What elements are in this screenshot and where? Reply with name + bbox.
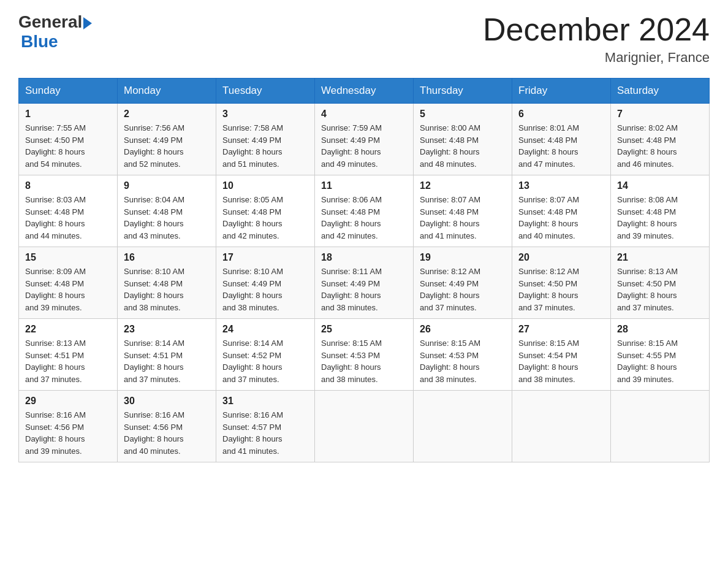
table-row: 20 Sunrise: 8:12 AM Sunset: 4:50 PM Dayl… (512, 247, 611, 319)
table-row: 21 Sunrise: 8:13 AM Sunset: 4:50 PM Dayl… (611, 247, 710, 319)
table-row: 1 Sunrise: 7:55 AM Sunset: 4:50 PM Dayli… (19, 104, 118, 175)
day-number: 18 (321, 252, 407, 263)
day-info: Sunrise: 8:12 AM Sunset: 4:50 PM Dayligh… (518, 266, 604, 313)
day-info: Sunrise: 8:09 AM Sunset: 4:48 PM Dayligh… (25, 266, 111, 313)
col-tuesday: Tuesday (216, 79, 315, 104)
day-number: 26 (420, 324, 506, 335)
table-row: 7 Sunrise: 8:02 AM Sunset: 4:48 PM Dayli… (611, 104, 710, 175)
day-number: 11 (321, 180, 407, 191)
day-info: Sunrise: 7:55 AM Sunset: 4:50 PM Dayligh… (25, 122, 111, 170)
table-row: 10 Sunrise: 8:05 AM Sunset: 4:48 PM Dayl… (216, 175, 315, 247)
day-number: 23 (124, 324, 210, 335)
day-info: Sunrise: 8:10 AM Sunset: 4:49 PM Dayligh… (222, 266, 308, 313)
day-info: Sunrise: 8:16 AM Sunset: 4:57 PM Dayligh… (222, 409, 308, 457)
table-row (611, 391, 710, 462)
day-info: Sunrise: 8:16 AM Sunset: 4:56 PM Dayligh… (124, 409, 210, 457)
table-row: 25 Sunrise: 8:15 AM Sunset: 4:53 PM Dayl… (315, 319, 414, 391)
logo-blue-text: Blue (21, 32, 58, 52)
day-info: Sunrise: 8:01 AM Sunset: 4:48 PM Dayligh… (518, 122, 604, 170)
table-row: 30 Sunrise: 8:16 AM Sunset: 4:56 PM Dayl… (118, 391, 216, 462)
day-info: Sunrise: 8:13 AM Sunset: 4:51 PM Dayligh… (25, 337, 111, 385)
day-number: 12 (420, 180, 506, 191)
day-number: 29 (25, 396, 111, 407)
logo: General Blue (18, 12, 92, 52)
table-row: 15 Sunrise: 8:09 AM Sunset: 4:48 PM Dayl… (19, 247, 118, 319)
table-row (315, 391, 414, 462)
calendar-header-row: Sunday Monday Tuesday Wednesday Thursday… (19, 79, 710, 104)
day-info: Sunrise: 8:02 AM Sunset: 4:48 PM Dayligh… (617, 122, 703, 170)
day-info: Sunrise: 8:03 AM Sunset: 4:48 PM Dayligh… (25, 194, 111, 242)
day-number: 14 (617, 180, 703, 191)
day-number: 7 (617, 109, 703, 120)
table-row: 3 Sunrise: 7:58 AM Sunset: 4:49 PM Dayli… (216, 104, 315, 175)
day-number: 15 (25, 252, 111, 263)
day-info: Sunrise: 8:15 AM Sunset: 4:53 PM Dayligh… (420, 337, 506, 385)
col-sunday: Sunday (19, 79, 118, 104)
day-number: 5 (420, 109, 506, 120)
day-info: Sunrise: 8:07 AM Sunset: 4:48 PM Dayligh… (518, 194, 604, 242)
table-row: 23 Sunrise: 8:14 AM Sunset: 4:51 PM Dayl… (118, 319, 216, 391)
day-info: Sunrise: 8:12 AM Sunset: 4:49 PM Dayligh… (420, 266, 506, 313)
day-info: Sunrise: 8:11 AM Sunset: 4:49 PM Dayligh… (321, 266, 407, 313)
col-thursday: Thursday (414, 79, 512, 104)
table-row: 19 Sunrise: 8:12 AM Sunset: 4:49 PM Dayl… (414, 247, 512, 319)
col-friday: Friday (512, 79, 611, 104)
day-number: 28 (617, 324, 703, 335)
calendar-week-2: 8 Sunrise: 8:03 AM Sunset: 4:48 PM Dayli… (19, 175, 710, 247)
day-number: 4 (321, 109, 407, 120)
day-number: 16 (124, 252, 210, 263)
day-number: 1 (25, 109, 111, 120)
day-info: Sunrise: 7:58 AM Sunset: 4:49 PM Dayligh… (222, 122, 308, 170)
table-row: 11 Sunrise: 8:06 AM Sunset: 4:48 PM Dayl… (315, 175, 414, 247)
day-info: Sunrise: 8:14 AM Sunset: 4:52 PM Dayligh… (222, 337, 308, 385)
day-info: Sunrise: 8:05 AM Sunset: 4:48 PM Dayligh… (222, 194, 308, 242)
table-row: 24 Sunrise: 8:14 AM Sunset: 4:52 PM Dayl… (216, 319, 315, 391)
day-number: 8 (25, 180, 111, 191)
day-info: Sunrise: 8:07 AM Sunset: 4:48 PM Dayligh… (420, 194, 506, 242)
table-row: 29 Sunrise: 8:16 AM Sunset: 4:56 PM Dayl… (19, 391, 118, 462)
calendar-table: Sunday Monday Tuesday Wednesday Thursday… (18, 78, 710, 462)
day-info: Sunrise: 8:04 AM Sunset: 4:48 PM Dayligh… (124, 194, 210, 242)
title-block: December 2024 Marignier, France (483, 12, 710, 66)
day-info: Sunrise: 8:15 AM Sunset: 4:53 PM Dayligh… (321, 337, 407, 385)
col-wednesday: Wednesday (315, 79, 414, 104)
calendar-week-4: 22 Sunrise: 8:13 AM Sunset: 4:51 PM Dayl… (19, 319, 710, 391)
day-info: Sunrise: 7:59 AM Sunset: 4:49 PM Dayligh… (321, 122, 407, 170)
day-number: 9 (124, 180, 210, 191)
day-number: 24 (222, 324, 308, 335)
day-info: Sunrise: 8:13 AM Sunset: 4:50 PM Dayligh… (617, 266, 703, 313)
day-info: Sunrise: 8:15 AM Sunset: 4:55 PM Dayligh… (617, 337, 703, 385)
day-info: Sunrise: 7:56 AM Sunset: 4:49 PM Dayligh… (124, 122, 210, 170)
table-row: 12 Sunrise: 8:07 AM Sunset: 4:48 PM Dayl… (414, 175, 512, 247)
calendar-week-1: 1 Sunrise: 7:55 AM Sunset: 4:50 PM Dayli… (19, 104, 710, 175)
table-row: 2 Sunrise: 7:56 AM Sunset: 4:49 PM Dayli… (118, 104, 216, 175)
day-number: 17 (222, 252, 308, 263)
day-info: Sunrise: 8:08 AM Sunset: 4:48 PM Dayligh… (617, 194, 703, 242)
day-number: 6 (518, 109, 604, 120)
table-row: 31 Sunrise: 8:16 AM Sunset: 4:57 PM Dayl… (216, 391, 315, 462)
day-number: 30 (124, 396, 210, 407)
day-number: 19 (420, 252, 506, 263)
table-row: 18 Sunrise: 8:11 AM Sunset: 4:49 PM Dayl… (315, 247, 414, 319)
table-row: 5 Sunrise: 8:00 AM Sunset: 4:48 PM Dayli… (414, 104, 512, 175)
table-row: 28 Sunrise: 8:15 AM Sunset: 4:55 PM Dayl… (611, 319, 710, 391)
day-number: 3 (222, 109, 308, 120)
table-row: 6 Sunrise: 8:01 AM Sunset: 4:48 PM Dayli… (512, 104, 611, 175)
table-row: 22 Sunrise: 8:13 AM Sunset: 4:51 PM Dayl… (19, 319, 118, 391)
table-row: 27 Sunrise: 8:15 AM Sunset: 4:54 PM Dayl… (512, 319, 611, 391)
day-number: 13 (518, 180, 604, 191)
day-number: 10 (222, 180, 308, 191)
day-number: 27 (518, 324, 604, 335)
day-number: 22 (25, 324, 111, 335)
table-row: 17 Sunrise: 8:10 AM Sunset: 4:49 PM Dayl… (216, 247, 315, 319)
table-row: 8 Sunrise: 8:03 AM Sunset: 4:48 PM Dayli… (19, 175, 118, 247)
table-row (414, 391, 512, 462)
page-header: General Blue December 2024 Marignier, Fr… (18, 12, 710, 66)
day-number: 31 (222, 396, 308, 407)
table-row: 9 Sunrise: 8:04 AM Sunset: 4:48 PM Dayli… (118, 175, 216, 247)
logo-general-text: General (18, 12, 82, 32)
table-row: 13 Sunrise: 8:07 AM Sunset: 4:48 PM Dayl… (512, 175, 611, 247)
table-row: 26 Sunrise: 8:15 AM Sunset: 4:53 PM Dayl… (414, 319, 512, 391)
month-title: December 2024 (483, 12, 710, 47)
day-info: Sunrise: 8:06 AM Sunset: 4:48 PM Dayligh… (321, 194, 407, 242)
